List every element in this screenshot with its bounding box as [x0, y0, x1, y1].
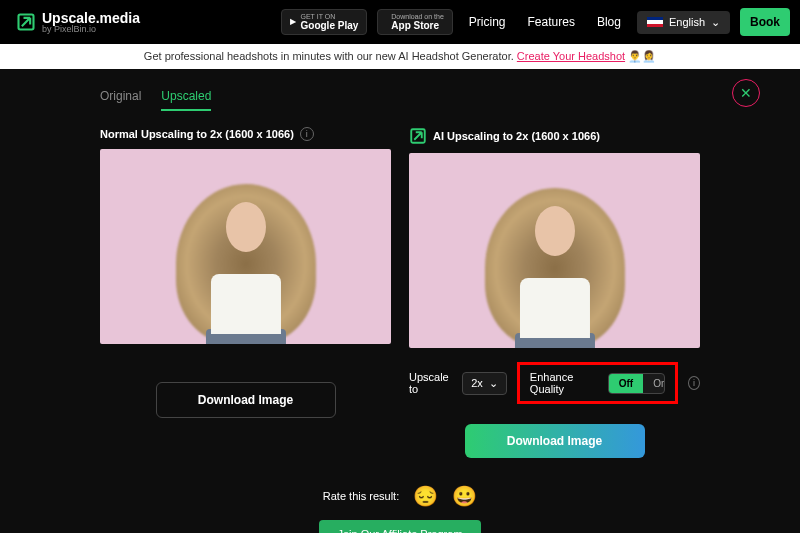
tab-upscaled[interactable]: Upscaled — [161, 89, 211, 111]
chevron-down-icon: ⌄ — [711, 16, 720, 29]
enhance-quality-label: Enhance Quality — [530, 371, 596, 395]
rate-happy-button[interactable]: 😀 — [452, 484, 477, 508]
uk-flag-icon — [647, 17, 663, 27]
enhance-quality-toggle[interactable]: Off On — [608, 373, 665, 394]
nav-pricing[interactable]: Pricing — [463, 15, 512, 29]
app-store-badge[interactable]: Download on the App Store — [377, 9, 453, 36]
normal-panel-title: Normal Upscaling to 2x (1600 x 1066) — [100, 128, 294, 140]
normal-upscale-panel: Normal Upscaling to 2x (1600 x 1066) i D… — [100, 127, 391, 458]
people-emoji: 👨‍💼👩‍💼 — [628, 50, 656, 62]
nav-features[interactable]: Features — [522, 15, 581, 29]
comparison-view: Normal Upscaling to 2x (1600 x 1066) i D… — [60, 119, 740, 466]
ai-panel-title: AI Upscaling to 2x (1600 x 1066) — [433, 130, 600, 142]
nav-blog[interactable]: Blog — [591, 15, 627, 29]
tab-original[interactable]: Original — [100, 89, 141, 111]
main-content: ✕ Original Upscaled Normal Upscaling to … — [0, 69, 800, 533]
chevron-down-icon: ⌄ — [489, 377, 498, 390]
upscale-to-label: Upscale to — [409, 371, 452, 395]
close-icon: ✕ — [740, 85, 752, 101]
info-icon[interactable]: i — [300, 127, 314, 141]
download-ai-button[interactable]: Download Image — [465, 424, 645, 458]
upscale-factor-select[interactable]: 2x ⌄ — [462, 372, 507, 395]
google-play-icon: ▶ — [290, 18, 296, 27]
ai-upscale-icon — [409, 127, 427, 145]
tabs: Original Upscaled — [60, 79, 740, 119]
promo-banner: Get professional headshots in minutes wi… — [0, 44, 800, 69]
rate-sad-button[interactable]: 😔 — [413, 484, 438, 508]
book-button[interactable]: Book — [740, 8, 790, 36]
download-normal-button[interactable]: Download Image — [156, 382, 336, 418]
affiliate-button[interactable]: Join Our Affiliate Program — [319, 520, 480, 533]
info-icon[interactable]: i — [688, 376, 700, 390]
normal-image-preview — [100, 149, 391, 344]
enhance-quality-highlight: Enhance Quality Off On — [517, 362, 678, 404]
close-button[interactable]: ✕ — [732, 79, 760, 107]
ai-upscale-panel: AI Upscaling to 2x (1600 x 1066) Upscale… — [409, 127, 700, 458]
logo[interactable]: Upscale.media by PixelBin.io — [16, 10, 140, 34]
header: Upscale.media by PixelBin.io ▶ GET IT ON… — [0, 0, 800, 44]
create-headshot-link[interactable]: Create Your Headshot — [517, 50, 625, 62]
rating-label: Rate this result: — [323, 490, 399, 502]
upscale-logo-icon — [16, 12, 36, 32]
rating-section: Rate this result: 😔 😀 — [60, 484, 740, 508]
google-play-badge[interactable]: ▶ GET IT ON Google Play — [281, 9, 368, 36]
ai-image-preview — [409, 153, 700, 348]
language-selector[interactable]: English ⌄ — [637, 11, 730, 34]
ai-controls: Upscale to 2x ⌄ Enhance Quality Off On i — [409, 358, 700, 408]
